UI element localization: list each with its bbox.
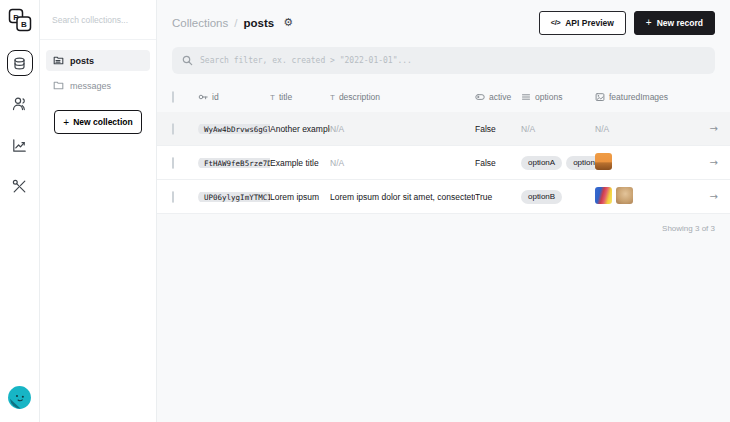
- pocketbase-logo[interactable]: P B: [8, 8, 32, 34]
- column-label: featuredImages: [609, 92, 668, 102]
- rail-nav: [7, 50, 33, 199]
- column-header-active[interactable]: active: [475, 92, 521, 102]
- breadcrumb: Collections / posts ⚙: [172, 16, 293, 29]
- cell-options: N/A: [521, 124, 595, 134]
- new-collection-label: New collection: [73, 117, 133, 127]
- cell-featured-images: [595, 187, 694, 206]
- image-icon: [595, 92, 605, 102]
- collection-folder-icon: [53, 55, 64, 66]
- cell-options: optionB: [521, 190, 595, 204]
- cell-active: False: [475, 124, 521, 134]
- text-icon: T: [330, 93, 335, 102]
- database-icon: [12, 56, 27, 71]
- folder-icon: [53, 80, 64, 91]
- svg-text:B: B: [20, 20, 26, 29]
- column-header-title[interactable]: T title: [270, 92, 330, 102]
- search-icon: [182, 55, 193, 66]
- key-icon: [198, 92, 208, 102]
- cell-title: Example title: [270, 158, 330, 168]
- collections-list: posts messages + New collection: [40, 40, 156, 134]
- breadcrumb-root[interactable]: Collections: [172, 17, 228, 29]
- cell-active: False: [475, 158, 521, 168]
- toggle-icon: [475, 92, 485, 102]
- image-thumbnail-tiedye[interactable]: [595, 187, 612, 204]
- avatar-gem-icon: [7, 385, 32, 410]
- users-icon: [12, 96, 28, 112]
- chart-icon: [12, 138, 27, 153]
- api-preview-label: API Preview: [565, 18, 614, 28]
- pocketbase-logo-icon: P B: [8, 8, 32, 32]
- cell-title: Lorem ipsum: [270, 192, 330, 202]
- cell-description: Lorem ipsum dolor sit amet, consectetur …: [330, 192, 475, 202]
- table-row[interactable]: FtHAW9feB5rze7D Example title N/A False …: [157, 146, 730, 180]
- table-footer-count: Showing 3 of 3: [157, 214, 730, 233]
- sidebar-item-messages[interactable]: messages: [46, 75, 150, 96]
- collections-search-input[interactable]: [52, 15, 144, 25]
- table-header-row: id T title T description active: [157, 82, 730, 112]
- search-filter-input[interactable]: [200, 56, 705, 65]
- image-thumbnail-cat[interactable]: [616, 187, 633, 204]
- select-all-checkbox[interactable]: [172, 91, 174, 103]
- app-window: P B: [0, 0, 730, 422]
- text-icon: T: [270, 93, 275, 102]
- row-checkbox[interactable]: [172, 191, 174, 203]
- image-thumbnail-sunset[interactable]: [595, 153, 612, 170]
- plus-icon: +: [646, 17, 652, 28]
- table-row[interactable]: WyAw4bDrvws6gGl Another example N/A Fals…: [157, 112, 730, 146]
- option-pill: optionB: [521, 190, 562, 204]
- column-label: title: [279, 92, 292, 102]
- column-label: description: [339, 92, 380, 102]
- collections-search[interactable]: [40, 0, 156, 40]
- new-record-button[interactable]: + New record: [634, 11, 715, 35]
- main-header: Collections / posts ⚙ </> API Preview + …: [157, 0, 730, 45]
- open-record-arrow-icon[interactable]: →: [694, 157, 718, 168]
- cell-featured-images: [595, 153, 694, 172]
- icon-rail: P B: [0, 0, 40, 422]
- record-id-pill: UP06ylygImYTMCI: [198, 192, 270, 202]
- sidebar-item-label: messages: [70, 81, 111, 91]
- sidebar-item-posts[interactable]: posts: [46, 50, 150, 71]
- rail-item-logs[interactable]: [7, 132, 33, 158]
- option-pill: optionC: [566, 156, 595, 170]
- new-record-label: New record: [657, 18, 703, 28]
- cell-options: optionA optionC: [521, 156, 595, 170]
- main-panel: Collections / posts ⚙ </> API Preview + …: [157, 0, 730, 422]
- plus-icon: +: [63, 117, 69, 128]
- cell-description: N/A: [330, 124, 475, 134]
- collections-sidebar: posts messages + New collection: [40, 0, 157, 422]
- cell-featured-images: N/A: [595, 124, 694, 134]
- code-icon: </>: [551, 18, 560, 27]
- tools-icon: [12, 179, 27, 194]
- rail-item-settings[interactable]: [7, 173, 33, 199]
- collection-settings-icon[interactable]: ⚙: [283, 16, 293, 29]
- column-header-description[interactable]: T description: [330, 92, 475, 102]
- column-label: id: [212, 92, 219, 102]
- row-checkbox[interactable]: [172, 157, 174, 169]
- rail-item-collections[interactable]: [7, 50, 33, 76]
- api-preview-button[interactable]: </> API Preview: [539, 11, 626, 35]
- cell-description: N/A: [330, 158, 475, 168]
- column-header-id[interactable]: id: [198, 92, 270, 102]
- cell-active: True: [475, 192, 521, 202]
- new-collection-button[interactable]: + New collection: [54, 110, 142, 134]
- user-avatar[interactable]: [7, 385, 32, 412]
- search-filter-bar[interactable]: [172, 47, 715, 74]
- option-pill: optionA: [521, 156, 562, 170]
- record-id-pill: FtHAW9feB5rze7D: [198, 158, 270, 168]
- record-id-pill: WyAw4bDrvws6gGl: [198, 124, 270, 134]
- column-label: options: [535, 92, 562, 102]
- column-header-featuredImages[interactable]: featuredImages: [595, 92, 694, 102]
- breadcrumb-separator: /: [234, 17, 237, 29]
- cell-title: Another example: [270, 124, 330, 134]
- open-record-arrow-icon[interactable]: →: [694, 123, 718, 134]
- column-label: active: [489, 92, 511, 102]
- list-icon: [521, 92, 531, 102]
- row-checkbox[interactable]: [172, 123, 174, 135]
- header-actions: </> API Preview + New record: [539, 11, 715, 35]
- open-record-arrow-icon[interactable]: →: [694, 191, 718, 202]
- rail-item-users[interactable]: [7, 91, 33, 117]
- table-row[interactable]: UP06ylygImYTMCI Lorem ipsum Lorem ipsum …: [157, 180, 730, 214]
- sidebar-item-label: posts: [70, 56, 94, 66]
- breadcrumb-current: posts: [243, 17, 274, 29]
- column-header-options[interactable]: options: [521, 92, 595, 102]
